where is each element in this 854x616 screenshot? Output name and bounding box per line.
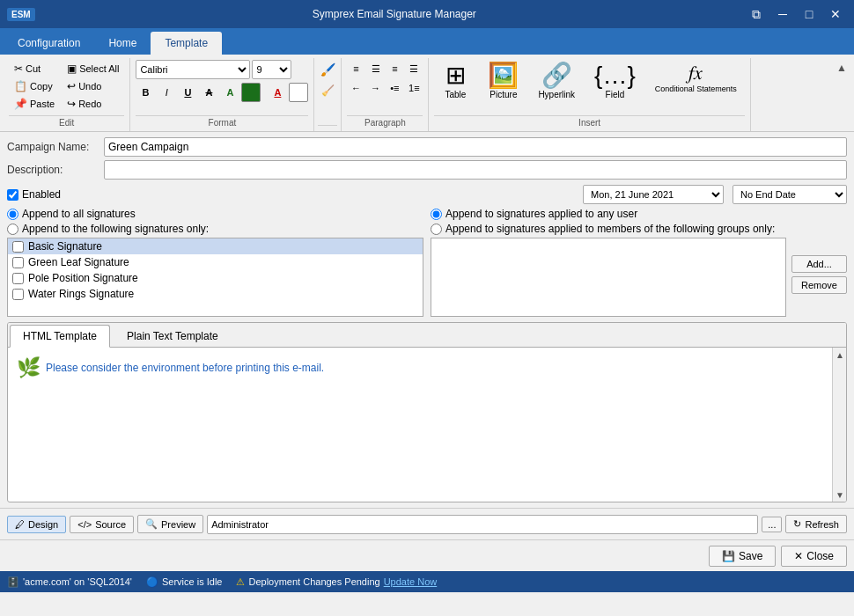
undo-button[interactable]: ↩ Undo xyxy=(62,77,124,95)
scroll-track xyxy=(833,362,846,488)
format-group-label: Format xyxy=(136,115,308,129)
append-any-radio-label[interactable]: Append to signatures applied to any user xyxy=(431,208,847,220)
clear-format-button[interactable]: 🧹 xyxy=(318,81,337,100)
border-color-swatch[interactable] xyxy=(289,83,308,102)
paste-button[interactable]: 📌 Paste xyxy=(9,95,60,113)
list-item[interactable]: Basic Signature xyxy=(8,238,423,254)
edit-group-label: Edit xyxy=(9,115,124,129)
sig-checkbox-green[interactable] xyxy=(12,257,24,268)
user-input[interactable] xyxy=(207,515,758,534)
append-all-radio-label[interactable]: Append to all signatures xyxy=(7,208,423,220)
minimize-button[interactable]: ─ xyxy=(771,4,794,24)
highlight-button[interactable]: A xyxy=(268,83,287,102)
preview-button[interactable]: 🔍 Preview xyxy=(137,515,203,533)
ribbon: ✂ Cut 📋 Copy 📌 Paste ▣ Select All xyxy=(0,55,854,132)
save-bar: 💾 Save ✕ Close xyxy=(0,539,854,571)
append-any-radio[interactable] xyxy=(431,209,442,220)
campaign-name-input[interactable] xyxy=(104,137,847,157)
user-dots-button[interactable]: ... xyxy=(762,517,782,532)
fontcolor-button[interactable]: A xyxy=(220,83,239,102)
scroll-up-button[interactable]: ▲ xyxy=(833,348,847,362)
preview-icon: 🔍 xyxy=(145,518,158,530)
format-painter-button[interactable]: 🖌️ xyxy=(318,60,337,79)
enabled-checkbox[interactable] xyxy=(7,189,18,201)
template-content[interactable]: 🌿 Please consider the environment before… xyxy=(8,348,846,502)
update-now-link[interactable]: Update Now xyxy=(384,576,438,587)
close-window-button[interactable]: ✕ xyxy=(824,4,847,24)
indent-row: ← → •≡ 1≡ xyxy=(347,79,423,97)
copy-icon: 📋 xyxy=(14,80,27,92)
source-icon: </> xyxy=(77,519,92,530)
cut-button[interactable]: ✂ Cut xyxy=(9,60,60,77)
start-date-select[interactable]: Mon, 21 June 2021 xyxy=(583,185,724,204)
unordered-list-button[interactable]: •≡ xyxy=(386,79,403,97)
restore-button[interactable]: ⧉ xyxy=(745,4,768,24)
font-select[interactable]: Calibri xyxy=(136,60,250,79)
ribbon-group-paragraph: ≡ ☰ ≡ ☰ ← → •≡ 1≡ Paragraph xyxy=(342,58,429,131)
italic-button[interactable]: I xyxy=(157,83,176,102)
outdent-button[interactable]: ← xyxy=(347,79,364,97)
bold-button[interactable]: B xyxy=(136,83,155,102)
table-button[interactable]: ⊞ Table xyxy=(434,60,476,103)
size-select[interactable]: 9 xyxy=(252,60,291,79)
color-swatch-green[interactable] xyxy=(241,83,261,102)
remove-group-button[interactable]: Remove xyxy=(791,276,847,294)
close-icon: ✕ xyxy=(794,550,803,562)
save-button[interactable]: 💾 Save xyxy=(709,546,776,567)
scrollbar: ▲ ▼ xyxy=(832,348,846,502)
description-input[interactable] xyxy=(104,160,847,180)
select-all-button[interactable]: ▣ Select All xyxy=(62,60,124,77)
copy-button[interactable]: 📋 Copy xyxy=(9,77,60,95)
tab-template[interactable]: Template xyxy=(151,32,222,55)
ribbon-group-edit: ✂ Cut 📋 Copy 📌 Paste ▣ Select All xyxy=(4,58,130,131)
picture-icon: 🖼️ xyxy=(488,63,519,88)
append-following-radio[interactable] xyxy=(7,224,18,235)
campaign-name-row: Campaign Name: xyxy=(7,137,847,157)
indent-button[interactable]: → xyxy=(366,79,384,97)
tab-home[interactable]: Home xyxy=(94,32,151,55)
align-justify-button[interactable]: ☰ xyxy=(405,60,423,77)
redo-button[interactable]: ↪ Redo xyxy=(62,95,124,113)
close-button[interactable]: ✕ Close xyxy=(781,546,847,567)
refresh-icon: ↻ xyxy=(793,518,801,530)
list-item[interactable]: Green Leaf Signature xyxy=(8,254,423,270)
field-icon: {…} xyxy=(594,63,636,88)
sig-checkbox-water[interactable] xyxy=(12,289,24,300)
tab-configuration[interactable]: Configuration xyxy=(4,32,94,55)
hyperlink-button[interactable]: 🔗 Hyperlink xyxy=(530,60,583,103)
append-groups-radio-label[interactable]: Append to signatures applied to members … xyxy=(431,223,847,235)
sig-checkbox-basic[interactable] xyxy=(12,241,24,253)
scroll-down-button[interactable]: ▼ xyxy=(833,488,847,502)
picture-button[interactable]: 🖼️ Picture xyxy=(480,60,526,103)
list-item[interactable]: Water Rings Signature xyxy=(8,286,423,302)
underline-button[interactable]: U xyxy=(178,83,197,102)
ribbon-collapse-button[interactable]: ▲ xyxy=(833,60,850,76)
sig-checkbox-pole[interactable] xyxy=(12,273,24,284)
conditional-button[interactable]: 𝑓𝑥 Conditional Statements xyxy=(647,60,745,98)
add-group-button[interactable]: Add... xyxy=(791,255,847,273)
design-button[interactable]: 🖊 Design xyxy=(7,516,66,533)
end-date-select[interactable]: No End Date xyxy=(733,185,847,204)
ribbon-group-painter: 🖌️ 🧹 xyxy=(314,58,342,131)
maximize-button[interactable]: □ xyxy=(798,4,821,24)
bottom-toolbar: 🖊 Design </> Source 🔍 Preview ... ↻ Refr… xyxy=(0,508,854,539)
tab-html-template[interactable]: HTML Template xyxy=(10,325,110,348)
strikethrough-button[interactable]: A xyxy=(199,83,218,102)
eco-message: 🌿 Please consider the environment before… xyxy=(17,356,837,379)
tab-plain-template[interactable]: Plain Text Template xyxy=(114,325,232,347)
enabled-checkbox-label[interactable]: Enabled xyxy=(7,188,61,201)
refresh-button[interactable]: ↻ Refresh xyxy=(785,515,847,533)
append-following-radio-label[interactable]: Append to the following signatures only: xyxy=(7,223,423,235)
format-buttons-row: B I U A A A xyxy=(136,83,308,102)
append-groups-radio[interactable] xyxy=(431,224,442,235)
field-button[interactable]: {…} Field xyxy=(586,60,644,103)
list-item[interactable]: Pole Position Signature xyxy=(8,270,423,286)
align-right-button[interactable]: ≡ xyxy=(386,60,403,77)
align-left-button[interactable]: ≡ xyxy=(347,60,364,77)
statusbar: 🗄️ 'acme.com' on 'SQL2014' 🔵 Service is … xyxy=(0,571,854,592)
align-center-button[interactable]: ☰ xyxy=(366,60,384,77)
source-button[interactable]: </> Source xyxy=(70,516,134,533)
append-all-radio[interactable] xyxy=(7,209,18,220)
ordered-list-button[interactable]: 1≡ xyxy=(405,79,423,97)
app-logo: ESM xyxy=(7,8,35,21)
